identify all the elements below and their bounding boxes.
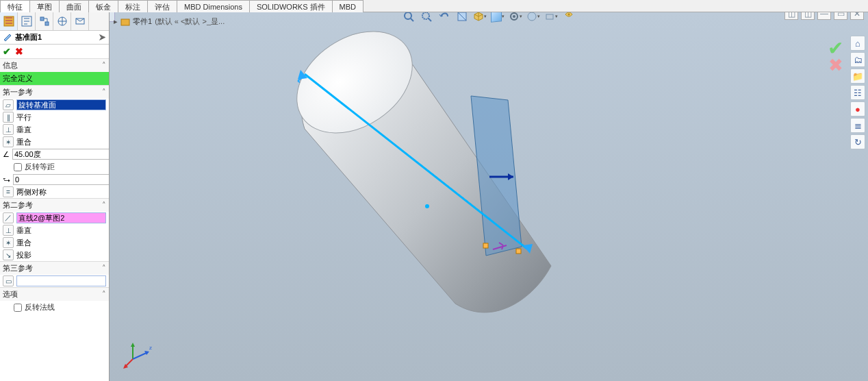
perpendicular-icon[interactable]: ⊥ [3, 124, 14, 135]
tab-mbd[interactable]: MBD [332, 0, 363, 12]
pm-title-row: 基准面1 ⮞ [0, 31, 109, 45]
opt-perpendicular[interactable]: 垂直 [16, 125, 31, 135]
breadcrumb-part: 零件1 [133, 16, 152, 27]
pushpin-icon[interactable]: ⮞ [99, 34, 106, 42]
tab-sheetmetal[interactable]: 钣金 [88, 0, 118, 12]
perpendicular-icon[interactable]: ⊥ [3, 225, 14, 236]
opt-project[interactable]: 投影 [16, 250, 31, 260]
view-triad[interactable]: z [122, 337, 155, 370]
coincident-icon[interactable]: ✶ [3, 136, 14, 147]
breadcrumb-state: (默认 « <默认 >_显... [155, 16, 225, 27]
library-icon[interactable]: 🗂 [850, 52, 865, 67]
model-graphics [110, 12, 868, 381]
dimxpert-tab-icon[interactable] [53, 12, 71, 30]
svg-line-21 [133, 352, 148, 359]
svg-rect-17 [483, 243, 488, 248]
home-icon[interactable]: ⌂ [850, 36, 865, 51]
tab-addins[interactable]: SOLIDWORKS 插件 [249, 0, 333, 12]
zoom-area-button[interactable] [419, 12, 434, 24]
feature-tree-tab-icon[interactable] [0, 12, 18, 30]
count-icon[interactable]: ⮑ [3, 175, 10, 184]
pm-title: 基准面1 [15, 32, 42, 42]
split-viewport-1-button[interactable]: ◫ [784, 12, 798, 20]
section-ref1-header[interactable]: 第一参考 ˄ [0, 86, 109, 99]
appearances-icon[interactable]: ● [850, 101, 865, 116]
svg-rect-13 [546, 14, 553, 19]
chevron-up-icon: ˄ [102, 61, 106, 70]
pm-tab-icon[interactable] [18, 12, 36, 30]
chevron-up-icon: ˄ [102, 290, 106, 299]
tab-sketch[interactable]: 草图 [29, 0, 60, 12]
ribbon-tabstrip: 特征 草图 曲面 钣金 标注 评估 MBD Dimensions SOLIDWO… [0, 0, 868, 12]
svg-point-15 [278, 12, 431, 154]
angle-input[interactable] [12, 149, 110, 160]
reverse-normal-checkbox[interactable] [14, 304, 22, 312]
display-style-button[interactable]: ▾ [490, 12, 505, 24]
ref2-selection[interactable]: 直线2@草图2 [16, 212, 106, 223]
count-input[interactable] [13, 174, 110, 185]
view-palette-icon[interactable]: ☷ [850, 85, 865, 100]
display-tab-icon[interactable] [71, 12, 89, 30]
hide-show-button[interactable]: ▾ [508, 12, 523, 24]
previous-view-button[interactable] [437, 12, 452, 24]
angle-icon[interactable]: ∠ [3, 150, 10, 159]
parallel-icon[interactable]: ∥ [3, 112, 14, 123]
plane-select-icon[interactable]: ▱ [3, 99, 14, 110]
split-viewport-2-button[interactable]: ◫ [801, 12, 815, 20]
minimize-button[interactable]: — [817, 12, 831, 20]
breadcrumb[interactable]: ▸ 零件1 (默认 « <默认 >_显... [114, 16, 225, 27]
zoom-fit-button[interactable] [401, 12, 416, 24]
project-icon[interactable]: ↘ [3, 249, 14, 260]
ref1-selection[interactable]: 旋转基准面 [16, 99, 106, 110]
config-tab-icon[interactable] [36, 12, 53, 30]
opt-parallel[interactable]: 平行 [16, 112, 31, 123]
close-button[interactable]: ✕ [850, 12, 864, 20]
svg-rect-3 [45, 22, 49, 25]
cancel-button[interactable]: ✖ [15, 46, 23, 57]
reload-icon[interactable]: ↻ [850, 134, 865, 149]
tab-annotate[interactable]: 标注 [118, 0, 148, 12]
maximize-button[interactable]: ▭ [834, 12, 847, 20]
tab-mbddim[interactable]: MBD Dimensions [177, 0, 250, 12]
confirm-cancel-icon[interactable]: ✖ [828, 55, 843, 76]
svg-point-14 [568, 14, 570, 16]
opt-coincident-2[interactable]: 重合 [16, 238, 31, 248]
task-pane: ⌂ 🗂 📁 ☷ ● ≣ ↻ [850, 36, 865, 149]
tab-evaluate[interactable]: 评估 [147, 0, 177, 12]
coincident-icon[interactable]: ✶ [3, 237, 14, 248]
reverse-offset-label: 反转等距 [25, 162, 55, 172]
section-options-header[interactable]: 选项 ˄ [0, 288, 109, 301]
custom-props-icon[interactable]: ≣ [850, 118, 865, 133]
reverse-offset-checkbox[interactable] [14, 163, 22, 171]
section-ref3-header[interactable]: 第三参考 ˄ [0, 262, 109, 275]
pm-okcancel: ✔ ✖ [0, 45, 109, 58]
section-view-button[interactable] [455, 12, 470, 24]
ok-button[interactable]: ✔ [3, 46, 11, 57]
section-info-label: 信息 [3, 60, 18, 71]
ref3-select-icon[interactable]: ▭ [3, 275, 14, 286]
file-explorer-icon[interactable]: 📁 [850, 69, 865, 84]
svg-rect-2 [40, 17, 44, 21]
mid-icon[interactable]: = [3, 186, 14, 197]
svg-point-19 [425, 204, 429, 208]
edit-appearance-button[interactable]: ▾ [526, 12, 541, 24]
section-ref2-header[interactable]: 第二参考 ˄ [0, 199, 109, 212]
svg-point-12 [528, 12, 536, 21]
window-controls: ◫ ◫ — ▭ ✕ [784, 12, 864, 20]
opt-midplane[interactable]: 两侧对称 [16, 187, 47, 197]
tab-feature[interactable]: 特征 [0, 0, 30, 12]
reverse-normal-label: 反转法线 [25, 302, 55, 312]
tab-surface[interactable]: 曲面 [59, 0, 89, 12]
svg-rect-6 [121, 19, 129, 25]
opt-perpendicular-2[interactable]: 垂直 [16, 225, 31, 236]
opt-coincident[interactable]: 重合 [16, 137, 31, 147]
view-orientation-button[interactable]: ▾ [472, 12, 487, 24]
section-info-header[interactable]: 信息 ˄ [0, 59, 109, 72]
ref3-selection[interactable] [16, 275, 106, 286]
svg-rect-18 [516, 249, 521, 254]
svg-point-8 [422, 12, 429, 19]
apply-scene-button[interactable]: ▾ [544, 12, 559, 24]
graphics-viewport[interactable]: ▸ 零件1 (默认 « <默认 >_显... ▾ ▾ ▾ ▾ ▾ ◫ ◫ — ▭ [110, 12, 868, 381]
edge-select-icon[interactable]: ／ [3, 212, 14, 223]
view-settings-button[interactable] [561, 12, 576, 24]
